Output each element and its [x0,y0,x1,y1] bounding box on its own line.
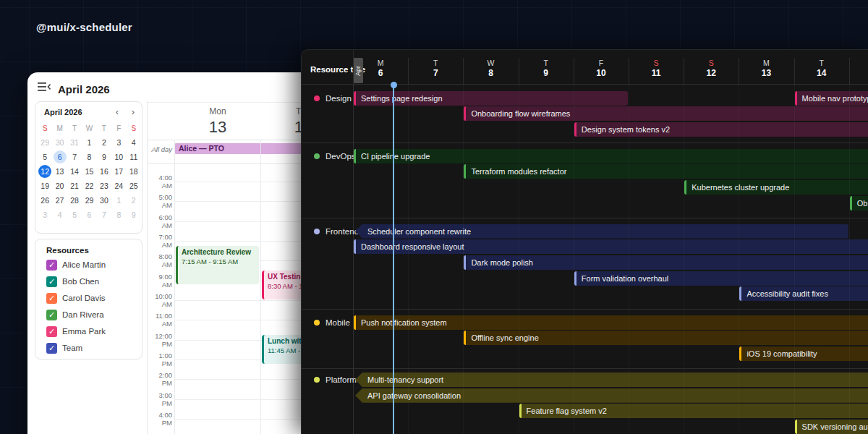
resource-item[interactable]: ✓Team [35,340,142,357]
timeline-resource-label[interactable]: Mobile [314,318,350,327]
mini-calendar-day[interactable]: 9 [97,150,111,164]
mini-calendar-day[interactable]: 11 [127,150,141,164]
timeline-event[interactable]: Scheduler component rewrite [355,224,848,239]
timeline-event[interactable]: Multi-tenancy support [355,373,868,387]
all-day-event[interactable]: Alice — PTO [174,143,302,154]
timeline-resource-label[interactable]: Platform [314,375,357,384]
timeline-event[interactable]: API gateway consolidation [355,388,868,403]
timeline-event[interactable]: Offline sync engine [464,331,868,345]
mini-calendar-day[interactable]: 2 [127,193,141,208]
mini-calendar-day[interactable]: 27 [52,193,67,208]
next-day-header-number[interactable]: 14 [274,118,302,137]
mini-calendar-day[interactable]: 4 [127,135,141,150]
resource-item[interactable]: ✓Bob Chen [35,273,142,290]
mini-calendar-day[interactable]: 8 [111,208,126,222]
mini-calendar-day[interactable]: 5 [38,150,52,164]
mini-calendar-day[interactable]: 28 [67,193,82,208]
mini-calendar-day[interactable]: 31 [67,135,82,150]
resource-item[interactable]: ✓Emma Park [35,323,142,340]
timeline-event[interactable]: Terraform modules refactor [464,164,868,179]
calendar-event[interactable]: UX Testing Session8:30 AM - 10:00 AM [262,271,302,299]
mini-calendar-day[interactable]: 1 [82,135,96,150]
resource-item[interactable]: ✓Dan Rivera [35,307,142,323]
mini-calendar-day[interactable]: 7 [67,150,82,164]
timeline-event[interactable]: Mobile nav prototype [795,91,868,106]
timeline-day-header[interactable]: S11 [629,58,684,84]
day-header-label[interactable]: Mon [189,106,247,116]
mini-calendar-day[interactable]: 16 [97,164,111,179]
resource-item[interactable]: ✓Alice Martin [35,257,142,273]
mini-calendar-day[interactable]: 3 [38,208,52,222]
timeline-event[interactable]: SDK versioning automation [795,420,868,434]
mini-calendar-day[interactable]: 18 [127,164,141,179]
next-month-icon[interactable]: › [128,106,138,117]
timeline-event[interactable]: Push notification system [354,315,868,330]
timeline-event[interactable]: Feature flag system v2 [519,404,868,418]
mini-calendar-day[interactable]: 3 [111,135,126,150]
timeline-day-header[interactable]: T14 [794,58,849,84]
timeline-event[interactable]: Design system tokens v2 [574,122,868,137]
mini-calendar-day[interactable]: 13 [52,164,67,179]
next-day-header-label[interactable]: Tue [274,106,302,116]
checkbox-icon[interactable]: ✓ [46,276,57,287]
checkbox-icon[interactable]: ✓ [46,310,57,320]
checkbox-icon[interactable]: ✓ [46,260,57,271]
timeline-resource-label[interactable]: DevOps [314,152,356,161]
checkbox-icon[interactable]: ✓ [46,293,57,304]
mini-calendar-day[interactable]: 1 [111,193,126,208]
mini-calendar-day[interactable]: 8 [82,150,96,164]
day-header-number[interactable]: 13 [189,118,247,137]
timeline-event[interactable]: Observability [850,196,868,210]
timeline-day-header[interactable]: W15 [849,58,868,84]
timeline-day-header[interactable]: M6 [353,58,408,84]
timeline-day-header[interactable]: T7 [408,58,463,84]
resource-item[interactable]: ✓Carol Davis [35,290,142,307]
mini-calendar-day[interactable]: 25 [127,179,141,193]
mini-calendar-day[interactable]: 6 [82,208,96,222]
mini-calendar-day[interactable]: 6 [52,150,67,164]
calendar-event[interactable]: Lunch with Client11:45 AM - 1:15 PM [262,335,302,364]
mini-calendar-day[interactable]: 23 [97,179,111,193]
mini-calendar-day[interactable]: 30 [97,193,111,208]
timeline-event[interactable]: Dark mode polish [464,255,868,270]
timeline-resource-label[interactable]: Design [314,94,352,103]
mini-calendar-day[interactable]: 21 [67,179,82,193]
mini-calendar-day[interactable]: 2 [97,135,111,150]
mini-calendar-day[interactable]: 15 [82,164,96,179]
calendar-event[interactable]: Architecture Review7:15 AM - 9:15 AM [176,246,259,285]
mini-calendar-day[interactable]: 17 [111,164,126,179]
mini-calendar-day[interactable]: 5 [67,208,82,222]
timeline-event[interactable]: Settings page redesign [354,91,628,106]
timeline-day-header[interactable]: M13 [739,58,793,84]
timeline-day-header[interactable]: T9 [519,58,574,84]
timeline-event[interactable]: Onboarding flow wireframes [464,106,868,121]
menu-collapse-icon[interactable] [38,82,51,92]
timeline-day-header[interactable]: F10 [574,58,629,84]
mini-calendar-day[interactable]: 4 [52,208,67,222]
mini-calendar-day[interactable]: 26 [38,193,52,208]
mini-calendar-day[interactable]: 29 [82,193,96,208]
timeline-event[interactable]: CI pipeline upgrade [354,149,868,163]
timeline-resource-label[interactable]: Frontend [314,227,359,236]
mini-calendar-day[interactable]: 24 [111,179,126,193]
mini-calendar-day[interactable]: 22 [82,179,96,193]
mini-calendar-day[interactable]: 29 [38,135,52,150]
mini-calendar-day[interactable]: 7 [97,208,111,222]
today-indicator[interactable]: 6 [54,150,67,163]
mini-calendar-day[interactable]: 10 [111,150,126,164]
timeline-event[interactable]: Kubernetes cluster upgrade [684,180,868,195]
checkbox-icon[interactable]: ✓ [46,343,57,354]
mini-calendar-day[interactable]: 14 [67,164,82,179]
mini-calendar-day[interactable]: 9 [127,208,141,222]
mini-calendar-day[interactable]: 30 [52,135,67,150]
mini-calendar-day[interactable]: 20 [52,179,67,193]
timeline-day-header[interactable]: S12 [684,58,739,84]
mini-calendar-day[interactable]: 19 [38,179,52,193]
selected-day-indicator[interactable]: 12 [38,165,51,178]
timeline-event[interactable]: Form validation overhaul [574,271,868,286]
timeline-event[interactable]: Dashboard responsive layout [354,239,868,254]
mini-calendar-day[interactable]: 12 [38,164,52,179]
timeline-day-header[interactable]: W8 [463,58,518,84]
checkbox-icon[interactable]: ✓ [46,326,57,337]
prev-month-icon[interactable]: ‹ [112,106,122,117]
